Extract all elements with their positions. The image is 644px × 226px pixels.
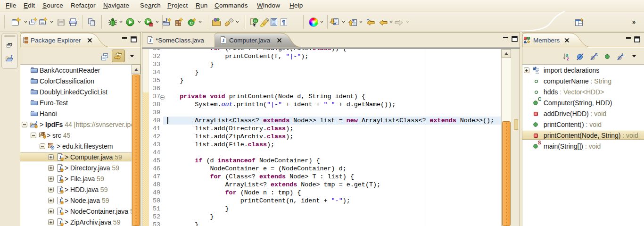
svg-text:J: J	[10, 55, 13, 59]
svg-text:L: L	[622, 53, 625, 57]
svg-text:C: C	[190, 21, 193, 25]
svg-text:J: J	[149, 37, 152, 43]
svg-text:¶: ¶	[282, 19, 285, 26]
svg-text:z: z	[567, 56, 569, 61]
svg-text:J: J	[222, 37, 225, 43]
svg-text:C: C	[254, 19, 257, 23]
svg-text:S: S	[595, 53, 598, 57]
svg-text:J: J	[165, 17, 167, 23]
